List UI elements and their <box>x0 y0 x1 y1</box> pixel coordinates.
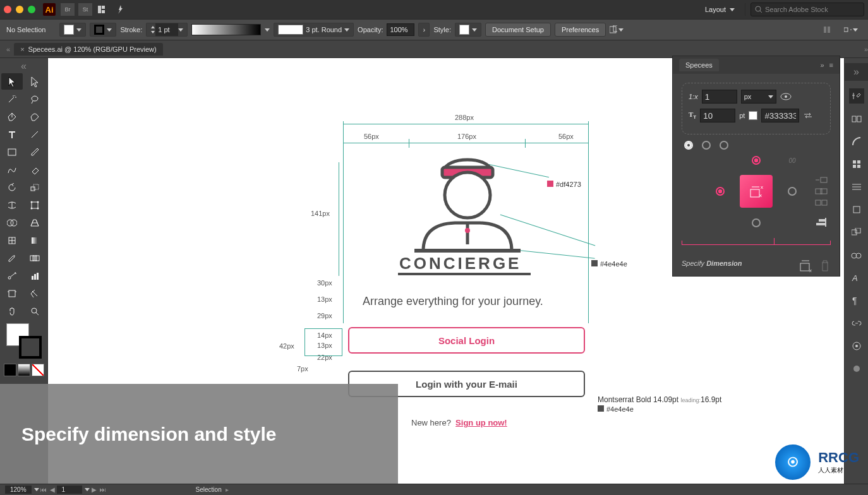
cc-panel-icon[interactable] <box>849 248 864 263</box>
guide-option-1[interactable] <box>814 176 828 184</box>
option-radio-3[interactable] <box>720 141 728 150</box>
mesh-tool[interactable] <box>1 232 23 249</box>
style-dd[interactable] <box>455 23 481 37</box>
signup-link[interactable]: Sign up now! <box>455 418 507 427</box>
fontsize-input[interactable] <box>700 109 735 122</box>
opacity-more[interactable]: › <box>418 23 430 37</box>
artboard-tool[interactable] <box>1 285 23 302</box>
perspective-tool[interactable] <box>24 215 45 231</box>
free-transform-tool[interactable] <box>24 197 45 213</box>
specees-tab[interactable]: Specees <box>679 59 719 71</box>
symbols-panel-icon[interactable] <box>849 202 864 217</box>
links-panel-icon[interactable] <box>849 316 864 331</box>
status-more-icon[interactable]: ▸ <box>226 486 229 493</box>
specees-panel[interactable]: Specees » ≡ 1:x px TT pt <box>672 56 840 277</box>
magic-wand-tool[interactable] <box>1 91 23 107</box>
column-graph-tool[interactable] <box>24 268 45 284</box>
unit-dropdown[interactable]: px <box>741 90 776 104</box>
bg-swatch[interactable] <box>749 111 757 120</box>
libraries-panel-icon[interactable] <box>849 111 864 126</box>
zoom-window[interactable] <box>28 6 35 13</box>
shaper-tool[interactable] <box>1 162 23 178</box>
direct-selection-tool[interactable] <box>24 73 45 90</box>
align-panel-icon[interactable] <box>849 225 864 240</box>
gradient-swatch[interactable] <box>18 364 30 376</box>
line-tool[interactable] <box>24 126 45 143</box>
next-artboard-button[interactable]: ▶ <box>90 486 99 493</box>
character-panel-icon[interactable]: A <box>849 270 864 285</box>
guide-option-2[interactable] <box>814 188 828 195</box>
bridge-icon[interactable]: Br <box>61 3 75 16</box>
panel-menu-icon[interactable]: ≡ <box>829 61 833 69</box>
colorhex-input[interactable] <box>761 109 799 122</box>
scale-tool[interactable] <box>24 179 45 196</box>
appearance-panel-icon[interactable] <box>849 338 864 354</box>
brush-preview[interactable] <box>191 24 261 35</box>
prev-artboard-button[interactable]: ◀ <box>48 486 57 493</box>
doc-setup-button[interactable]: Document Setup <box>485 23 551 37</box>
opacity-input[interactable] <box>387 23 414 36</box>
last-artboard-button[interactable]: ⏭ <box>99 486 107 493</box>
gpupreview-icon[interactable] <box>114 3 128 16</box>
footer-icon-trash[interactable] <box>819 259 831 272</box>
fill-stroke-widget[interactable] <box>6 323 42 359</box>
slice-tool[interactable] <box>24 285 45 302</box>
close-tab-icon[interactable]: × <box>20 45 24 53</box>
scale-input[interactable] <box>702 90 737 104</box>
minimize-window[interactable] <box>16 6 23 13</box>
align-right-icon[interactable] <box>816 218 826 228</box>
selection-tool[interactable] <box>1 73 23 90</box>
color-guide-icon[interactable] <box>849 134 864 149</box>
panel-top-collapse[interactable]: » <box>845 63 869 81</box>
graphic-styles-panel-icon[interactable] <box>849 361 864 376</box>
pos-top[interactable] <box>752 156 761 165</box>
window-controls[interactable] <box>4 6 35 13</box>
document-tab[interactable]: × Specees.ai @ 120% (RGB/GPU Preview) <box>14 43 163 56</box>
collapse-panel-icon[interactable]: » <box>820 61 824 69</box>
guide-option-3[interactable] <box>814 199 828 206</box>
stock-icon[interactable]: St <box>78 3 92 16</box>
properties-panel-icon[interactable] <box>849 88 864 104</box>
stroke-weight-stepper[interactable] <box>146 23 188 37</box>
eyedropper-tool[interactable] <box>1 250 23 266</box>
hand-tool[interactable] <box>1 303 23 319</box>
pos-bottom[interactable] <box>752 218 761 227</box>
rotate-tool[interactable] <box>1 179 23 196</box>
preferences-button[interactable]: Preferences <box>555 23 606 37</box>
curvature-tool[interactable] <box>24 109 45 125</box>
symbol-sprayer-tool[interactable] <box>1 268 23 284</box>
dimension-mode-button[interactable]: xx <box>740 175 773 208</box>
pen-tool[interactable] <box>1 109 23 125</box>
artboard-number[interactable]: 1 <box>57 486 82 494</box>
color-swatch[interactable] <box>4 364 16 376</box>
swatches-panel-icon[interactable] <box>849 157 864 172</box>
eye-icon[interactable] <box>780 93 792 100</box>
vwp-dd[interactable]: 3 pt. Round <box>274 23 354 37</box>
social-login-button[interactable]: Social Login <box>348 327 585 354</box>
stroke-swatch-dd[interactable] <box>90 23 116 37</box>
paintbrush-tool[interactable] <box>24 144 45 160</box>
paragraph-panel-icon[interactable]: ¶ <box>849 293 864 308</box>
tab-expand-icon[interactable]: « <box>6 45 10 53</box>
width-tool[interactable] <box>1 197 23 213</box>
collapse-icon[interactable]: « <box>1 61 46 72</box>
fill-swatch-dd[interactable] <box>59 23 86 37</box>
none-swatch[interactable] <box>32 364 44 376</box>
arrange-docs-icon[interactable] <box>96 3 110 16</box>
blend-tool[interactable] <box>24 250 45 266</box>
shape-builder-tool[interactable] <box>1 215 23 231</box>
workspace-switcher[interactable]: Layout <box>700 6 740 13</box>
snap-icon[interactable] <box>844 23 858 36</box>
specees-panel-header[interactable]: Specees » ≡ <box>673 56 840 74</box>
first-artboard-button[interactable]: ⏮ <box>39 486 48 493</box>
rectangle-tool[interactable] <box>1 144 23 160</box>
option-radio-1[interactable] <box>684 141 693 150</box>
swap-icon[interactable] <box>803 112 813 119</box>
stroke-weight-input[interactable] <box>155 23 178 36</box>
gradient-tool[interactable] <box>24 232 45 249</box>
type-tool[interactable] <box>1 126 23 143</box>
pos-right[interactable] <box>788 187 797 196</box>
footer-icon-object[interactable]: x <box>799 259 813 272</box>
option-radio-2[interactable] <box>702 141 711 150</box>
brushes-panel-icon[interactable] <box>849 179 864 194</box>
